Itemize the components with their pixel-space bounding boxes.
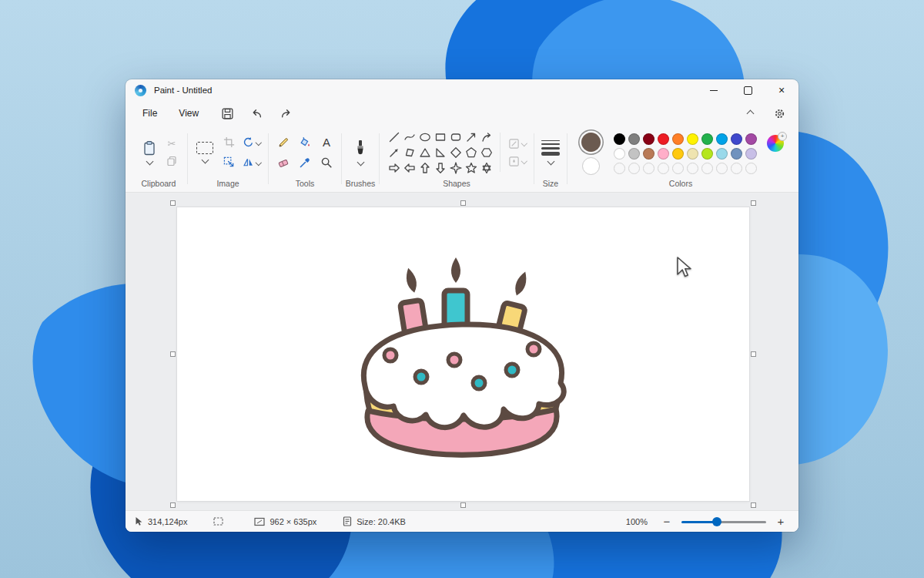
- paste-button[interactable]: [136, 139, 162, 166]
- palette-color[interactable]: [716, 133, 728, 145]
- zoom-out-button[interactable]: −: [660, 516, 674, 527]
- palette-custom-slot[interactable]: [701, 163, 713, 174]
- palette-color[interactable]: [731, 148, 742, 160]
- shape-oval-icon[interactable]: [417, 129, 432, 144]
- pencil-button[interactable]: [277, 136, 290, 149]
- palette-color[interactable]: [687, 148, 698, 160]
- shape-polygon-icon[interactable]: [402, 145, 417, 160]
- pointer-icon: [135, 516, 143, 526]
- palette-custom-slot[interactable]: [614, 163, 625, 174]
- palette-color[interactable]: [658, 148, 669, 160]
- shape-five-point-star-icon[interactable]: [464, 160, 478, 175]
- palette-custom-slot[interactable]: [628, 163, 640, 174]
- shape-rounded-rectangle-icon[interactable]: [448, 129, 463, 144]
- magnifier-button[interactable]: [320, 156, 333, 169]
- shape-hexagon-icon[interactable]: [479, 145, 494, 160]
- resize-handle-bottom-center[interactable]: [460, 502, 466, 508]
- palette-color[interactable]: [701, 133, 713, 145]
- drawing-canvas[interactable]: [177, 207, 749, 501]
- zoom-slider-thumb[interactable]: [712, 517, 721, 526]
- palette-color[interactable]: [658, 133, 669, 145]
- resize-handle-top-right[interactable]: [751, 200, 756, 206]
- palette-color[interactable]: [716, 148, 728, 160]
- shape-right-triangle-icon[interactable]: [433, 145, 447, 160]
- palette-custom-slot[interactable]: [745, 163, 757, 174]
- shape-triangle-icon[interactable]: [417, 145, 432, 160]
- edit-colors-button[interactable]: +: [767, 135, 784, 152]
- copy-button[interactable]: [166, 156, 177, 166]
- palette-custom-slot[interactable]: [643, 163, 654, 174]
- shape-diamond-icon[interactable]: [448, 145, 463, 160]
- resize-button[interactable]: [223, 156, 235, 168]
- resize-handle-top-center[interactable]: [460, 200, 466, 206]
- resize-handle-bottom-right[interactable]: [751, 502, 756, 508]
- palette-color[interactable]: [745, 133, 757, 145]
- file-size: Size: 20.4KB: [343, 516, 406, 526]
- palette-custom-slot[interactable]: [731, 163, 742, 174]
- resize-handle-right-center[interactable]: [751, 351, 756, 357]
- shape-arrow-icon[interactable]: [464, 129, 478, 144]
- shape-down-arrow-icon[interactable]: [433, 160, 447, 175]
- shape-line-icon[interactable]: [387, 129, 401, 144]
- foreground-color-swatch[interactable]: [581, 133, 601, 152]
- fill-button[interactable]: [299, 136, 311, 149]
- zoom-in-button[interactable]: +: [774, 516, 788, 527]
- close-button[interactable]: ×: [765, 79, 798, 101]
- palette-custom-slot[interactable]: [672, 163, 684, 174]
- shape-rectangle-icon[interactable]: [433, 129, 447, 144]
- color-picker-button[interactable]: [299, 156, 311, 169]
- menu-file[interactable]: File: [132, 104, 168, 123]
- palette-color[interactable]: [687, 133, 698, 145]
- palette-custom-slot[interactable]: [687, 163, 698, 174]
- redo-button[interactable]: [274, 103, 297, 123]
- flip-button[interactable]: [243, 156, 261, 168]
- palette-custom-slot[interactable]: [716, 163, 728, 174]
- size-button[interactable]: [541, 139, 560, 166]
- paste-icon: [142, 140, 157, 156]
- palette-color[interactable]: [701, 148, 713, 160]
- palette-color[interactable]: [643, 148, 654, 160]
- settings-button[interactable]: [768, 103, 791, 123]
- palette-color[interactable]: [628, 148, 640, 160]
- palette-color[interactable]: [614, 133, 625, 145]
- palette-color[interactable]: [628, 133, 640, 145]
- palette-color[interactable]: [614, 148, 625, 160]
- shape-pentagon-icon[interactable]: [464, 145, 478, 160]
- save-button[interactable]: [216, 103, 239, 123]
- palette-color[interactable]: [643, 133, 654, 145]
- maximize-button[interactable]: [731, 79, 765, 101]
- cursor-position-text: 314,124px: [148, 517, 187, 526]
- zoom-slider[interactable]: [681, 516, 766, 527]
- shape-left-arrow-icon[interactable]: [402, 160, 417, 175]
- palette-color[interactable]: [745, 148, 757, 160]
- undo-button[interactable]: [245, 103, 268, 123]
- shape-curve-icon[interactable]: [402, 129, 417, 144]
- cut-button[interactable]: ✂: [168, 138, 176, 150]
- brushes-group: Brushes: [342, 126, 379, 192]
- menu-view[interactable]: View: [168, 104, 209, 123]
- shape-diagonal-arrow-icon[interactable]: [387, 145, 401, 160]
- palette-color[interactable]: [672, 148, 684, 160]
- background-color-swatch[interactable]: [582, 157, 600, 175]
- shape-six-point-star-icon[interactable]: [479, 160, 494, 175]
- minimize-button[interactable]: [697, 79, 731, 101]
- brushes-button[interactable]: [353, 138, 367, 166]
- collapse-ribbon-button[interactable]: [738, 103, 762, 123]
- text-button[interactable]: A: [323, 136, 330, 149]
- shape-fill-button[interactable]: [508, 156, 527, 167]
- resize-handle-left-center[interactable]: [170, 351, 176, 357]
- rotate-button[interactable]: [243, 136, 261, 148]
- palette-custom-slot[interactable]: [658, 163, 669, 174]
- shape-right-arrow-icon[interactable]: [387, 160, 401, 175]
- shape-four-point-star-icon[interactable]: [448, 160, 463, 175]
- palette-color[interactable]: [672, 133, 684, 145]
- crop-button[interactable]: [223, 136, 235, 148]
- shape-curved-arrow-icon[interactable]: [479, 129, 494, 144]
- resize-handle-bottom-left[interactable]: [170, 502, 176, 508]
- select-button[interactable]: [196, 140, 213, 164]
- eraser-button[interactable]: [277, 156, 290, 169]
- shape-up-arrow-icon[interactable]: [417, 160, 432, 175]
- palette-color[interactable]: [731, 133, 742, 145]
- resize-handle-top-left[interactable]: [170, 200, 176, 206]
- shape-outline-button[interactable]: [508, 138, 527, 150]
